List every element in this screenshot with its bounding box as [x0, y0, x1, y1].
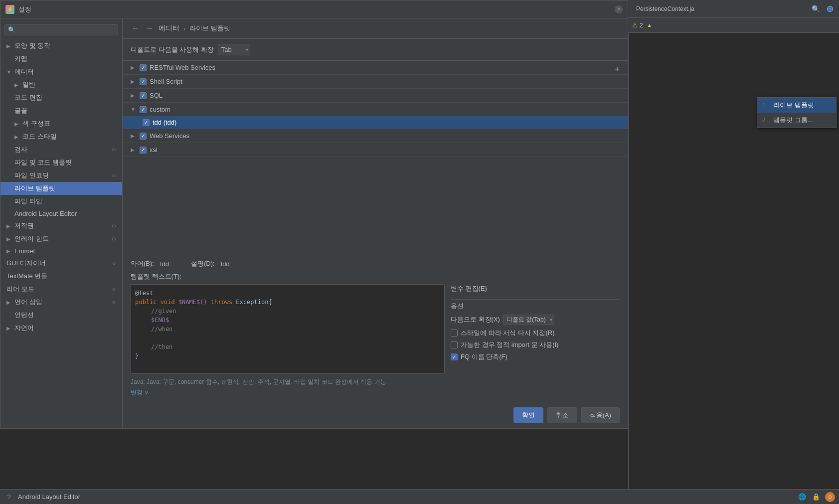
group-label: xsl — [150, 146, 158, 154]
plus-icon-btn[interactable]: ⊕ — [824, 3, 835, 14]
sidebar-item-code-style[interactable]: ▶ 코드 스타일 — [0, 130, 122, 143]
abbr-value: tdd — [160, 260, 169, 268]
group-checkbox-xsl[interactable] — [140, 147, 147, 154]
sidebar-item-natural-language[interactable]: ▶ 자연어 — [0, 322, 122, 335]
code-line-7: //then — [135, 342, 440, 351]
group-expand-icon: ▼ — [131, 107, 137, 112]
sidebar-item-label: 라이브 템플릿 — [14, 184, 55, 193]
sidebar-item-label: 리더 모드 — [6, 285, 34, 294]
expand-arrow-icon: ▼ — [6, 69, 12, 75]
group-checkbox-custom[interactable] — [140, 106, 147, 113]
sidebar-item-general[interactable]: ▶ 일반 — [0, 78, 122, 91]
expand-on-select-wrapper[interactable]: 디폴트 값(Tab) Tab Enter Space — [503, 315, 554, 325]
add-template-button[interactable]: + — [612, 64, 623, 75]
sidebar-item-label: 일반 — [22, 80, 35, 89]
sidebar-item-keymap[interactable]: 키맵 — [0, 52, 122, 65]
apply-button[interactable]: 적용(A) — [581, 407, 620, 423]
template-group-header-custom[interactable]: ▼ custom — [123, 103, 628, 116]
template-group-header-shell[interactable]: ▶ Shell Script — [123, 75, 628, 88]
applicable-text: Java; Java: 구문, consumer 함수, 표현식, 선언, 주석… — [131, 378, 620, 386]
sidebar-item-emmet[interactable]: ▶ Emmet — [0, 245, 122, 257]
sidebar-item-font[interactable]: 글꼴 — [0, 104, 122, 117]
expand-arrow-icon: ▶ — [14, 82, 20, 88]
code-space — [175, 298, 178, 307]
group-expand-icon: ▶ — [131, 93, 137, 98]
popup-item-label: 템플릿 그룹... — [773, 116, 813, 125]
group-checkbox-webservices[interactable] — [140, 133, 147, 140]
change-link[interactable]: 변경 ∨ — [131, 389, 149, 396]
sidebar-item-language-injection[interactable]: ▶ 언어 삽입 ⚙ — [0, 296, 122, 309]
sidebar-item-file-types[interactable]: 파일 타입 — [0, 195, 122, 208]
sidebar-item-file-encodings[interactable]: 파일 인코딩 ⚙ — [0, 169, 122, 182]
code-space — [207, 298, 211, 307]
sidebar-item-label: TextMate 번들 — [6, 272, 47, 281]
sidebar-item-file-code-templates[interactable]: 파일 및 코드 템플릿 — [0, 156, 122, 169]
settings-icon: ⚙ — [112, 261, 116, 266]
user-avatar[interactable]: D — [825, 492, 835, 502]
sidebar-item-android-layout-editor[interactable]: Android Layout Editor — [0, 208, 122, 219]
sidebar-item-intentions[interactable]: 인텐션 — [0, 309, 122, 322]
settings-icon: ⚙ — [112, 300, 116, 305]
expand-arrow-icon: ▶ — [6, 43, 12, 49]
template-group-header-webservices[interactable]: ▶ Web Services — [123, 129, 628, 143]
code-line-4: $END$ — [135, 316, 440, 325]
template-group-header-restful[interactable]: ▶ RESTful Web Services — [123, 61, 628, 74]
close-button[interactable]: ✕ — [615, 5, 623, 13]
group-expand-icon: ▶ — [131, 133, 137, 139]
group-label: custom — [150, 106, 170, 113]
restyle-checkbox[interactable] — [451, 330, 458, 336]
group-checkbox-sql[interactable] — [140, 92, 147, 99]
sidebar-item-live-templates[interactable]: 라이브 템플릿 — [0, 182, 122, 195]
sidebar-item-appearance-behavior[interactable]: ▶ 모양 및 동작 — [0, 39, 122, 52]
warning-bar: ⚠ 2 ▲ — [628, 18, 839, 33]
sidebar-item-label: 키맵 — [14, 54, 27, 63]
code-comment: //when — [151, 325, 172, 334]
back-button[interactable]: ← — [131, 23, 141, 33]
static-import-checkbox[interactable] — [451, 341, 458, 348]
sidebar-item-copyright[interactable]: ▶ 저작권 ⚙ — [0, 219, 122, 232]
item-checkbox-tdd[interactable] — [143, 119, 150, 126]
expand-on-select[interactable]: 디폴트 값(Tab) Tab Enter Space — [503, 315, 554, 325]
sidebar-item-label: 자연어 — [14, 324, 34, 333]
template-text-label: 템플릿 텍스트(T): — [131, 272, 620, 281]
sidebar-item-textmate-bundles[interactable]: TextMate 번들 — [0, 270, 122, 283]
expand-default-select-wrapper[interactable]: Tab Enter Space — [218, 44, 250, 55]
group-checkbox-shell[interactable] — [140, 78, 147, 85]
template-list-area: + ▶ RESTful Web Services ▶ Shell Script — [123, 61, 628, 254]
sidebar-item-label: 인텐션 — [14, 311, 34, 320]
sidebar-item-reader-mode[interactable]: 리더 모드 ⚙ — [0, 283, 122, 296]
sidebar-item-inlay-hints[interactable]: ▶ 인레이 힌트 ⚙ — [0, 232, 122, 245]
sidebar-item-editor[interactable]: ▼ 에디터 — [0, 65, 122, 78]
template-group-header-sql[interactable]: ▶ SQL — [123, 89, 628, 102]
code-editor[interactable]: @Test public void $NAME$() throws Except — [131, 284, 445, 374]
cancel-button[interactable]: 취소 — [547, 407, 577, 423]
sidebar-item-label: 코드 스타일 — [22, 132, 57, 141]
code-space — [157, 298, 160, 307]
fq-name-checkbox[interactable] — [451, 353, 458, 360]
ok-button[interactable]: 확인 — [513, 407, 543, 423]
code-brace: } — [135, 351, 139, 360]
search-input[interactable] — [17, 26, 115, 33]
template-group-header-xsl[interactable]: ▶ xsl — [123, 143, 628, 157]
template-item-tdd[interactable]: tdd (tdd) — [123, 116, 628, 129]
group-checkbox-restful[interactable] — [140, 64, 147, 71]
popup-item-template-groups[interactable]: 2 템플릿 그룹... — [757, 113, 836, 128]
right-top-bar: PersistenceContext.ja 🔍 ⊕ — [628, 0, 839, 18]
expand-arrow-icon: ▶ — [6, 236, 12, 242]
search-icon-btn[interactable]: 🔍 — [810, 3, 821, 14]
sidebar-item-color-scheme[interactable]: ▶ 색 구성표 — [0, 117, 122, 130]
expand-default-select[interactable]: Tab Enter Space — [218, 44, 250, 55]
code-line-3: //given — [135, 307, 440, 316]
fq-name-label: FQ 이름 단축(F) — [461, 352, 507, 361]
bottom-panel: 약어(B): tdd 설명(D): tdd 템플릿 텍스트(T): @Test … — [123, 254, 628, 402]
search-box[interactable]: 🔍 — [4, 24, 118, 35]
sidebar-item-inspections[interactable]: 검사 ⚙ — [0, 143, 122, 156]
sidebar-item-gui-designer[interactable]: GUI 디자이너 ⚙ — [0, 257, 122, 270]
desc-label: 설명(D): — [191, 259, 215, 268]
static-import-label: 가능한 경우 정적 import 문 사용(I) — [461, 340, 558, 349]
popup-item-label: 라이브 템플릿 — [773, 101, 814, 110]
popup-item-live-templates[interactable]: 1 라이브 템플릿 — [757, 98, 836, 113]
forward-button[interactable]: → — [145, 23, 155, 33]
sidebar-item-code-editing[interactable]: 코드 편집 — [0, 91, 122, 104]
question-icon[interactable]: ? — [4, 492, 14, 502]
